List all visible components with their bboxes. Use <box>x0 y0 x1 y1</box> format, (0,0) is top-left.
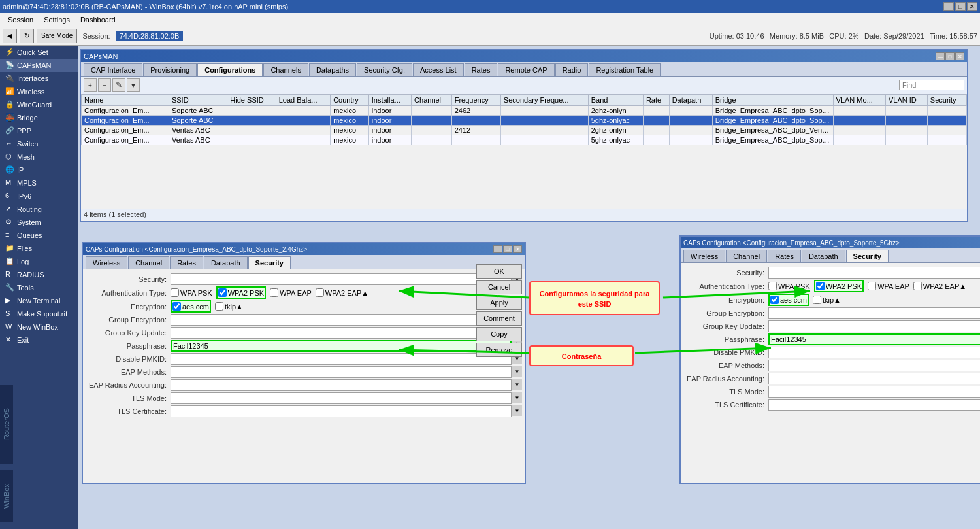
close-button[interactable]: ✕ <box>967 2 977 11</box>
sidebar-item-mpls[interactable]: M MPLS <box>0 177 78 190</box>
tab-remote-cap[interactable]: Remote CAP <box>498 63 554 76</box>
sidebar-item-capsman[interactable]: 📡 CAPsMAN <box>0 59 78 72</box>
filter-button[interactable]: ▼ <box>127 78 140 92</box>
dialog2-tkip-checkbox[interactable] <box>813 296 821 304</box>
sidebar-item-files[interactable]: 📁 Files <box>0 242 78 255</box>
sidebar-item-radius[interactable]: R RADIUS <box>0 268 78 281</box>
dialog1-tlsmode-input[interactable] <box>171 392 512 404</box>
sidebar-item-exit[interactable]: ✕ Exit <box>0 333 78 347</box>
sidebar-item-switch[interactable]: ↔ Switch <box>0 137 78 150</box>
remove-button[interactable]: − <box>98 78 111 92</box>
edit-button[interactable]: ✎ <box>112 78 125 92</box>
dialog2-wpaeap-checkbox[interactable] <box>868 282 876 290</box>
find-input[interactable] <box>899 80 964 90</box>
dialog1-tab-datapath[interactable]: Datapath <box>204 256 248 269</box>
dialog1-grpkey-input[interactable] <box>171 327 512 339</box>
dialog2-wpa2psk-checkbox[interactable] <box>816 282 825 290</box>
sidebar-item-wireless[interactable]: 📶 Wireless <box>0 85 78 98</box>
sidebar-item-interfaces[interactable]: 🔌 Interfaces <box>0 72 78 85</box>
dialog1-tlscert-dropdown[interactable]: ▼ <box>512 405 522 416</box>
dialog1-passphrase-input[interactable] <box>171 340 512 352</box>
dialog1-eapradius-input[interactable] <box>171 379 512 391</box>
dialog2-pmkid-input[interactable] <box>768 347 980 358</box>
dialog1-wpapsk-checkbox[interactable] <box>171 288 179 297</box>
dialog1-apply-button[interactable]: Apply <box>476 296 522 310</box>
table-row[interactable]: Configuracion_Em...Soporte ABCmexicoindo… <box>82 116 967 126</box>
dialog2-aesccm-checkbox[interactable] <box>770 296 779 304</box>
capsman-minimize[interactable]: — <box>936 52 945 60</box>
dialog1-tab-wireless[interactable]: Wireless <box>86 256 127 269</box>
dialog1-close[interactable]: ✕ <box>513 245 522 253</box>
sidebar-item-make-supout[interactable]: S Make Supout.rif <box>0 307 78 320</box>
sidebar-item-ppp[interactable]: 🔗 PPP <box>0 124 78 137</box>
dialog2-grpenc-input[interactable] <box>768 307 980 319</box>
back-button[interactable]: ◀ <box>3 29 17 43</box>
dialog2-eap-input[interactable] <box>768 360 980 371</box>
dialog1-ok-button[interactable]: OK <box>476 264 522 279</box>
dialog1-security-input[interactable] <box>171 273 512 285</box>
sidebar-item-queues[interactable]: ≡ Queues <box>0 229 78 242</box>
tab-configurations[interactable]: Configurations <box>197 63 263 76</box>
tab-channels[interactable]: Channels <box>263 63 308 76</box>
dialog2-grpkey-input[interactable] <box>768 320 980 332</box>
dialog1-copy-button[interactable]: Copy <box>476 327 522 341</box>
dialog1-tlscert-input[interactable] <box>171 405 512 417</box>
tab-registration-table[interactable]: Registration Table <box>589 63 661 76</box>
dialog2-tab-channel[interactable]: Channel <box>726 250 767 262</box>
dialog1-aesccm-checkbox[interactable] <box>172 302 181 311</box>
dialog1-tab-channel[interactable]: Channel <box>128 256 169 269</box>
sidebar-item-log[interactable]: 📋 Log <box>0 255 78 268</box>
capsman-maximize[interactable]: □ <box>945 52 955 60</box>
table-row[interactable]: Configuracion_Em...Soporte ABCmexicoindo… <box>82 106 967 116</box>
dialog1-eapradius-dropdown[interactable]: ▼ <box>512 379 522 390</box>
dialog2-wpa2eap-checkbox[interactable] <box>913 282 922 290</box>
menu-session[interactable]: Session <box>3 14 39 25</box>
dialog2-wpapsk-checkbox[interactable] <box>768 282 777 290</box>
tab-radio[interactable]: Radio <box>555 63 589 76</box>
sidebar-item-routing[interactable]: ↗ Routing <box>0 203 78 216</box>
dialog2-tab-rates[interactable]: Rates <box>768 250 801 262</box>
dialog1-comment-button[interactable]: Comment <box>476 311 522 326</box>
dialog1-tab-rates[interactable]: Rates <box>170 256 203 269</box>
menu-settings[interactable]: Settings <box>39 14 75 25</box>
sidebar-item-system[interactable]: ⚙ System <box>0 216 78 229</box>
tab-access-list[interactable]: Access List <box>413 63 464 76</box>
dialog1-eap-dropdown[interactable]: ▼ <box>512 366 522 377</box>
dialog1-wpaeap-checkbox[interactable] <box>270 288 278 297</box>
menu-dashboard[interactable]: Dashboard <box>75 14 121 25</box>
sidebar-item-ipv6[interactable]: 6 IPv6 <box>0 190 78 203</box>
dialog1-wpa2psk-checkbox[interactable] <box>218 288 227 297</box>
dialog2-eapradius-input[interactable] <box>768 373 980 384</box>
dialog2-security-input[interactable] <box>768 267 980 279</box>
dialog1-tkip-checkbox[interactable] <box>215 302 223 311</box>
tab-rates[interactable]: Rates <box>465 63 498 76</box>
sidebar-item-ip[interactable]: 🌐 IP <box>0 163 78 177</box>
dialog2-tab-security[interactable]: Security <box>846 250 889 262</box>
dialog1-maximize[interactable]: □ <box>503 245 512 253</box>
sidebar-item-tools[interactable]: 🔧 Tools <box>0 281 78 294</box>
refresh-button[interactable]: ↻ <box>20 29 34 43</box>
dialog1-wpa2eap-checkbox[interactable] <box>316 288 324 297</box>
table-row[interactable]: Configuracion_Em...Ventas ABCmexicoindoo… <box>82 135 967 145</box>
dialog1-pmkid-input[interactable] <box>171 353 512 365</box>
sidebar-item-mesh[interactable]: ⬡ Mesh <box>0 150 78 163</box>
dialog2-passphrase-input[interactable] <box>768 333 980 345</box>
dialog2-tab-datapath[interactable]: Datapath <box>802 250 845 262</box>
dialog1-tlsmode-dropdown[interactable]: ▼ <box>512 392 522 403</box>
tab-provisioning[interactable]: Provisioning <box>143 63 197 76</box>
sidebar-item-new-terminal[interactable]: ▶ New Terminal <box>0 294 78 307</box>
dialog2-tlsmode-input[interactable] <box>768 386 980 398</box>
minimize-button[interactable]: — <box>943 2 954 11</box>
dialog1-grpenc-input[interactable] <box>171 314 512 326</box>
capsman-close[interactable]: ✕ <box>955 52 964 60</box>
dialog1-minimize[interactable]: — <box>493 245 502 253</box>
tab-security-cfg[interactable]: Security Cfg. <box>357 63 412 76</box>
sidebar-item-new-winbox[interactable]: W New WinBox <box>0 320 78 333</box>
table-row[interactable]: Configuracion_Em...Ventas ABCmexicoindoo… <box>82 126 967 135</box>
tab-datapaths[interactable]: Datapaths <box>309 63 356 76</box>
sidebar-item-wireguard[interactable]: 🔒 WireGuard <box>0 98 78 111</box>
sidebar-item-bridge[interactable]: 🌉 Bridge <box>0 111 78 124</box>
sidebar-item-quickset[interactable]: ⚡ Quick Set <box>0 46 78 59</box>
dialog2-tab-wireless[interactable]: Wireless <box>683 250 725 262</box>
dialog1-eap-input[interactable] <box>171 366 512 378</box>
